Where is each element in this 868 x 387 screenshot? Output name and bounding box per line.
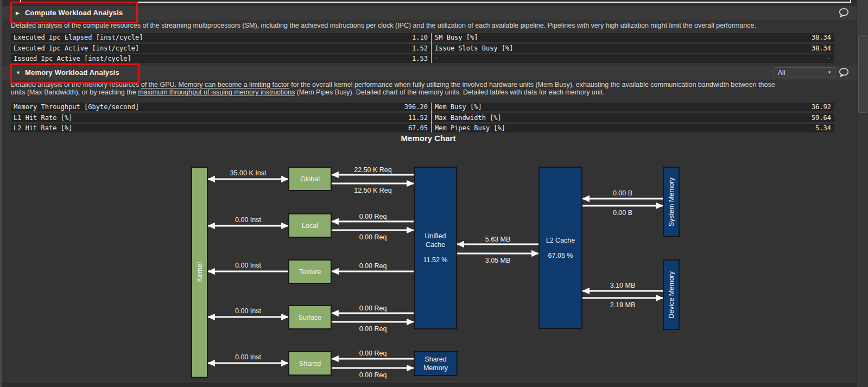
flow-label: 0.00 Inst <box>235 262 261 269</box>
metric-value: 59.64 <box>812 113 831 122</box>
dropdown-selected-value: All <box>778 68 785 78</box>
flow-label: 0.00 Inst <box>235 216 261 224</box>
node-unified-cache: Unified Cache 11.52 % <box>414 167 457 329</box>
metric-value: - <box>827 54 831 63</box>
table-row[interactable]: Issued Ipc Active [inst/cycle]1.53 -- <box>11 54 834 63</box>
metric-name: Executed Ipc Elapsed [inst/cycle] <box>14 33 143 42</box>
metric-name: Mem Busy [%] <box>435 103 482 111</box>
node-texture: Texture <box>288 259 332 284</box>
left-edge-border <box>0 0 2 387</box>
description-line-1: Detailed analysis of the memory resource… <box>11 81 775 89</box>
metric-name: L2 Hit Rate [%] <box>14 124 72 132</box>
metric-value: 67.05 <box>408 124 428 132</box>
metric-value: 5.34 <box>815 124 831 132</box>
metric-value: 396.20 <box>404 103 428 111</box>
node-device-memory: Device Memory <box>663 259 680 330</box>
node-system-memory: System Memory <box>663 167 680 237</box>
flow-label: 5.63 MB <box>485 236 511 243</box>
node-label: Unified Cache <box>415 232 456 249</box>
memory-unit-filter-dropdown[interactable]: All ▼ <box>774 67 835 78</box>
metric-name: L1 Hit Rate [%] <box>14 113 72 122</box>
collapse-arrow-icon[interactable]: ▼ <box>16 70 21 75</box>
comment-button[interactable] <box>838 67 851 78</box>
flow-label: 0.00 Req <box>359 325 387 333</box>
flow-label: 12.50 K Req <box>354 187 392 194</box>
metric-name: Max Bandwidth [%] <box>435 113 502 122</box>
flow-label: 0.00 Req <box>359 304 387 312</box>
metric-name: SM Busy [%] <box>435 33 478 42</box>
metric-name: Executed Ipc Active [inst/cycle] <box>14 44 139 53</box>
flow-label: 22.50 K Req <box>354 166 392 174</box>
nsight-compute-details-page: ▶ Compute Workload Analysis Detailed ana… <box>0 0 868 387</box>
flow-label: 0.00 Req <box>359 233 387 241</box>
node-shared-memory: Shared Memory <box>414 351 458 376</box>
collapse-arrow-icon[interactable]: ▶ <box>16 10 20 16</box>
table-column-divider <box>431 103 432 132</box>
table-row[interactable]: Memory Throughput [Gbyte/second]396.20 M… <box>11 103 834 111</box>
vertical-scrollbar-upper-segment <box>857 0 868 34</box>
metric-value: 1.53 <box>412 54 428 63</box>
metric-value: 38.34 <box>812 33 831 42</box>
node-local: Local <box>288 213 332 238</box>
compute-section-description: Detailed analysis of the compute resourc… <box>11 22 756 30</box>
flow-label: 35.00 K Inst <box>230 169 267 177</box>
flow-label: 0.00 Inst <box>235 353 261 361</box>
previous-section-remnant <box>2 0 857 6</box>
hit-rate-value: 11.52 % <box>423 256 448 264</box>
metric-name: Mem Pipes Busy [%] <box>435 124 505 132</box>
metric-value: 1.52 <box>412 44 428 53</box>
node-surface: Surface <box>288 305 332 329</box>
metric-name: Issue Slots Busy [%] <box>435 44 514 53</box>
metric-value: 38.34 <box>812 44 831 53</box>
chevron-down-icon: ▼ <box>827 71 832 75</box>
flow-label: 0.00 Req <box>359 262 387 270</box>
comment-button[interactable] <box>838 8 851 18</box>
flow-label: 3.10 MB <box>610 282 636 289</box>
flow-label: 0.00 B <box>613 209 632 217</box>
remnant-left-border <box>20 0 21 3</box>
flow-label: 0.00 Req <box>359 350 387 357</box>
comment-bubble-icon <box>838 8 850 18</box>
flow-label: 3.05 MB <box>485 257 511 264</box>
flow-label: 0.00 Req <box>359 371 387 379</box>
section-header-memory-workload[interactable]: ▼ Memory Workload Analysis <box>2 66 857 80</box>
description-line-2: units (Max Bandwidth), or by reaching th… <box>11 89 775 97</box>
node-global: Global <box>288 167 332 191</box>
section-title: Memory Workload Analysis <box>25 68 119 77</box>
flow-label: 0.00 B <box>613 189 632 197</box>
comment-bubble-icon <box>838 67 850 78</box>
section-header-compute-workload[interactable]: ▶ Compute Workload Analysis <box>2 6 857 20</box>
node-l2-cache: L2 Cache 67.05 % <box>538 167 582 329</box>
metric-value: 11.52 <box>408 113 428 122</box>
remnant-right-border <box>850 0 851 3</box>
metric-value: 1.10 <box>412 33 428 42</box>
horizontal-scrollbar-track[interactable] <box>2 381 857 387</box>
flow-label: 0.00 Req <box>359 213 387 220</box>
flow-label: 2.19 MB <box>610 301 636 309</box>
table-row[interactable]: L2 Hit Rate [%]67.05 Mem Pipes Busy [%]5… <box>11 124 834 132</box>
node-kernel: Kernel <box>191 167 208 378</box>
metric-value: 36.92 <box>812 103 831 111</box>
table-column-divider <box>431 33 432 63</box>
metric-name: - <box>435 54 439 63</box>
memory-section-description: Detailed analysis of the memory resource… <box>11 81 775 96</box>
section-title: Compute Workload Analysis <box>25 9 123 17</box>
memory-chart-title: Memory Chart <box>0 134 857 143</box>
node-label: L2 Cache <box>546 236 575 245</box>
vertical-scrollbar-thumb[interactable] <box>858 35 867 113</box>
node-shared: Shared <box>288 351 332 376</box>
hit-rate-value: 67.05 % <box>548 251 573 260</box>
table-row[interactable]: Executed Ipc Active [inst/cycle]1.52 Iss… <box>11 44 834 53</box>
remnant-bottom-border <box>20 2 851 3</box>
table-row[interactable]: L1 Hit Rate [%]11.52 Max Bandwidth [%]59… <box>11 113 834 122</box>
metric-name: Memory Throughput [Gbyte/second] <box>14 103 139 111</box>
metric-name: Issued Ipc Active [inst/cycle] <box>14 54 131 63</box>
table-row[interactable]: Executed Ipc Elapsed [inst/cycle]1.10 SM… <box>11 33 834 42</box>
flow-label: 0.00 Inst <box>235 307 261 315</box>
